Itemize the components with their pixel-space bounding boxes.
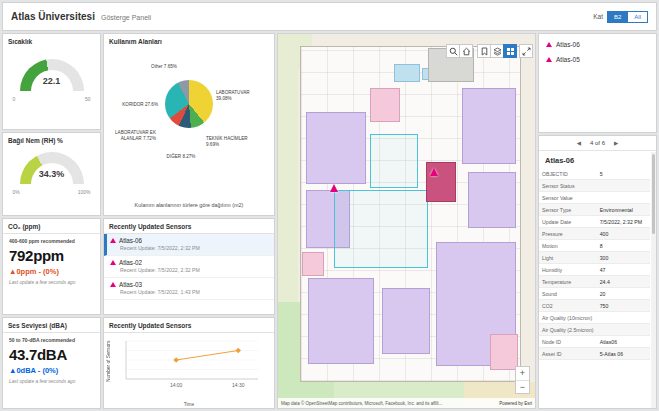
temperature-gauge: 22.1 xyxy=(20,59,84,93)
map-toolbar-group xyxy=(477,44,517,58)
detail-row: Asset ID5-Atlas 06 xyxy=(539,348,650,360)
sensor-list-item[interactable]: Atlas-03Recent Update: 7/5/2022, 1:43 PM xyxy=(104,278,274,300)
prev-feature-button[interactable]: ◀ xyxy=(577,140,581,146)
map-room xyxy=(394,64,420,82)
co2-recommended: 400-600 ppm recommended xyxy=(3,234,100,244)
kat-buttons: B2All xyxy=(607,11,648,23)
map-search-button[interactable] xyxy=(446,44,460,58)
legend-item-label: Atlas-05 xyxy=(556,56,580,63)
pie-label: LABORATUVAR 39.08% xyxy=(216,90,264,101)
temperature-max: 50 xyxy=(85,96,91,102)
humidity-scale: 0% 100% xyxy=(13,189,91,195)
humidity-min: 0% xyxy=(13,189,20,195)
feature-details-panel: ◀ 4 of 6 ▶ Atlas-06 OBJECTID5Sensor Stat… xyxy=(538,135,657,409)
pie-label: TEKNİK HACİMLER 9.69% xyxy=(206,136,252,147)
kat-option-b2[interactable]: B2 xyxy=(607,11,628,23)
recent-sensors-list-title: Recently Updated Sensors xyxy=(104,219,274,234)
sound-delta: ▲0dBA - (0%) xyxy=(3,363,100,375)
map-legend-panel: Atlas-06Atlas-05 xyxy=(538,33,657,133)
co2-value: 792ppm xyxy=(3,244,100,264)
sensors-chart-area: Number of Sensors 14:0014:30 Time xyxy=(104,333,274,409)
map-bookmark-button[interactable] xyxy=(477,44,491,58)
usage-areas-panel: Kullanım Alanları LABORATUVAR 39.08% TEK… xyxy=(103,33,275,216)
map-room xyxy=(382,288,430,354)
sound-panel: Ses Seviyesi (dBA) 50 to 70-dBA recommen… xyxy=(2,317,101,409)
map-room xyxy=(490,334,518,370)
next-feature-button[interactable]: ▶ xyxy=(614,140,618,146)
pager-text: 4 of 6 xyxy=(590,140,605,146)
sensor-marker-icon xyxy=(546,57,552,62)
feature-pager: ◀ 4 of 6 ▶ xyxy=(539,136,656,151)
map-expand-button[interactable] xyxy=(519,44,533,58)
usage-areas-caption: Kulanım alanlarının türlere göre dağılım… xyxy=(104,202,274,208)
temperature-value: 22.1 xyxy=(20,76,84,86)
detail-row: Humidity47 xyxy=(539,264,650,276)
legend-item[interactable]: Atlas-05 xyxy=(539,52,656,67)
sensors-line-chart[interactable]: 14:0014:30 xyxy=(116,335,266,393)
temperature-scale: 0 50 xyxy=(13,96,91,102)
map-basemap-button[interactable] xyxy=(503,44,517,58)
legend-list: Atlas-06Atlas-05 xyxy=(539,34,656,70)
title-wrap: Atlas Üniversitesi Gösterge Paneli xyxy=(11,11,151,22)
map-home-button[interactable] xyxy=(459,44,473,58)
zoom-in-button[interactable]: + xyxy=(516,367,529,380)
feature-title: Atlas-06 xyxy=(539,151,656,168)
sensors-chart-panel: Recently Updated Sensors Number of Senso… xyxy=(103,317,275,409)
humidity-title: Bağıl Nem (RH) % xyxy=(3,133,100,147)
detail-row: Sensor Value xyxy=(539,192,650,204)
legend-item[interactable]: Atlas-06 xyxy=(539,37,656,52)
app-title: Atlas Üniversitesi xyxy=(11,11,95,22)
co2-title: CO₂ (ppm) xyxy=(3,219,100,234)
map-panel: + − Map data © OpenStreetMap contributor… xyxy=(277,33,536,409)
sensor-list-item[interactable]: Atlas-02Recent Update: 7/5/2022, 2:32 PM xyxy=(104,256,274,278)
sound-title: Ses Seviyesi (dBA) xyxy=(3,318,100,333)
y-axis-label: Number of Sensors xyxy=(106,337,111,385)
sensors-chart-title: Recently Updated Sensors xyxy=(104,318,274,333)
basemap-grid-icon xyxy=(506,47,515,56)
sound-value: 43.7dBA xyxy=(3,343,100,363)
legend-item-label: Atlas-06 xyxy=(556,41,580,48)
map-attribution: Map data © OpenStreetMap contributors, M… xyxy=(278,398,535,408)
sensor-list: Atlas-06Recent Update: 7/5/2022, 2:32 PM… xyxy=(104,234,274,300)
co2-delta: ▲0ppm - (0%) xyxy=(3,264,100,276)
detail-row: Sensor TypeEnvironmental xyxy=(539,204,650,216)
map-marker-atlas-05[interactable] xyxy=(330,184,338,192)
detail-row: Pressure400 xyxy=(539,228,650,240)
detail-row: Update Date7/5/2022, 2:32 PM xyxy=(539,216,650,228)
layers-icon xyxy=(493,47,502,56)
map-canvas[interactable]: + − Map data © OpenStreetMap contributor… xyxy=(278,34,535,408)
svg-text:14:30: 14:30 xyxy=(232,382,245,388)
map-toolbar-group xyxy=(446,44,473,58)
kat-option-all[interactable]: All xyxy=(627,11,648,23)
detail-row: Air Quality (10micron) xyxy=(539,312,650,324)
map-layers-button[interactable] xyxy=(490,44,504,58)
sensor-list-item[interactable]: Atlas-06Recent Update: 7/5/2022, 2:32 PM xyxy=(104,234,274,256)
x-axis-label: Time xyxy=(104,402,274,407)
home-icon xyxy=(462,47,471,56)
humidity-panel: Bağıl Nem (RH) % 34.3% 0% 100% xyxy=(2,132,101,216)
recent-sensors-list-panel: Recently Updated Sensors Atlas-06Recent … xyxy=(103,218,275,315)
sound-last-update: Last update a few seconds ago xyxy=(3,375,100,384)
pie-label: DIĞER 8.27% xyxy=(160,154,202,160)
sensor-marker-icon xyxy=(546,42,552,47)
floor-selector: Kat B2All xyxy=(593,11,648,23)
svg-text:14:00: 14:00 xyxy=(170,382,183,388)
sensor-marker-icon xyxy=(110,282,116,287)
details-scrollbar[interactable] xyxy=(651,152,656,408)
sensor-name: Atlas-03 xyxy=(119,281,142,288)
zoom-out-button[interactable]: − xyxy=(516,380,529,393)
detail-row: Light300 xyxy=(539,252,650,264)
humidity-max: 100% xyxy=(78,189,91,195)
temperature-min: 0 xyxy=(13,96,16,102)
humidity-value: 34.3% xyxy=(20,169,84,179)
sensor-marker-icon xyxy=(110,260,116,265)
detail-table: OBJECTID5Sensor StatusSensor ValueSensor… xyxy=(539,168,650,360)
map-zoom-control: + − xyxy=(515,366,530,394)
map-marker-atlas-06[interactable] xyxy=(430,168,438,176)
usage-pie-chart[interactable] xyxy=(165,80,213,128)
floor-selector-label: Kat xyxy=(593,13,603,20)
scrollbar-thumb[interactable] xyxy=(652,154,655,234)
temperature-panel: Sıcaklık 22.1 0 50 xyxy=(2,33,101,130)
detail-row: Sensor Status xyxy=(539,180,650,192)
map-corridor-outline xyxy=(334,190,428,268)
